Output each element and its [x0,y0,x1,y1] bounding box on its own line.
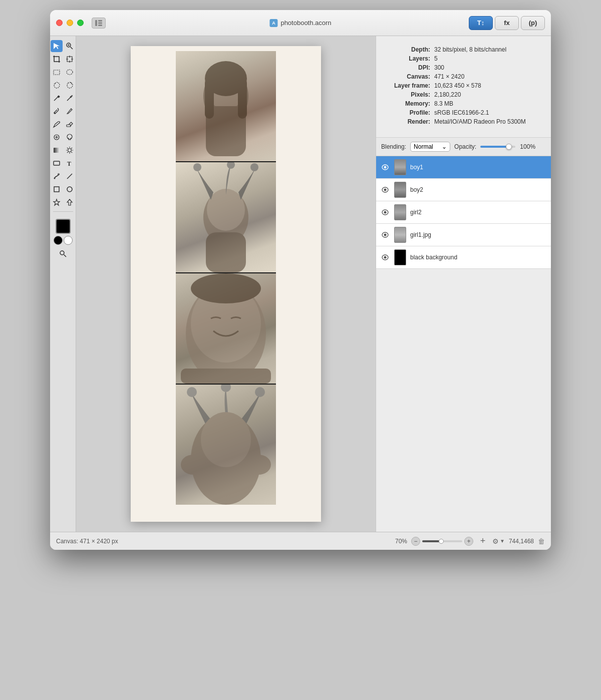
white-color-swatch[interactable] [64,236,73,245]
layer-item[interactable]: black background [376,246,551,269]
layer-thumbnail [394,159,406,175]
right-panel: Depth: 32 bits/pixel, 8 bits/channel Lay… [376,36,551,532]
zoom-thumb[interactable] [439,539,444,544]
delete-layer-button[interactable]: 🗑 [538,537,545,545]
svg-rect-34 [54,148,60,153]
text-tool[interactable]: T [64,157,76,169]
svg-rect-65 [206,232,246,272]
tool-row-9 [51,144,76,156]
main-window: A photobooth.acorn T↕ fx (p) [50,10,551,550]
magnifier-tool[interactable] [57,248,69,260]
crop-tool[interactable] [51,53,63,65]
gear-chevron-icon: ▼ [500,538,505,544]
zoom-slider[interactable] [422,540,462,542]
blending-label: Blending: [381,143,406,150]
sidebar-toggle-button[interactable] [92,18,106,29]
svg-point-84 [384,234,387,236]
minimize-button[interactable] [67,20,73,26]
info-layers-row: Layers: 5 [384,55,543,62]
zoom-out-button[interactable]: − [411,537,420,546]
add-layer-button[interactable]: + [477,536,488,547]
smudge-tool[interactable] [64,131,76,143]
rect-select-tool[interactable] [51,66,63,78]
tool-row-3 [51,66,76,78]
heal-tool[interactable] [51,131,63,143]
layer-item[interactable]: girl2 [376,201,551,224]
svg-rect-27 [67,125,71,127]
blending-mode-select[interactable]: Normal ⌄ [410,142,450,152]
dpi-label: DPI: [384,64,434,71]
foreground-color[interactable] [56,219,71,234]
star-shape-tool[interactable] [51,196,63,208]
info-render-row: Render: Metal/IO/AMD Radeon Pro 5300M [384,118,543,125]
line-tool[interactable] [64,170,76,182]
tool-row-6 [51,105,76,117]
circle-shape-tool[interactable] [64,183,76,195]
status-bar: Canvas: 471 × 2420 px 70% − + + ⚙ ▼ 744,… [50,532,551,550]
rect-shape-tool[interactable] [51,157,63,169]
layer-visibility-toggle[interactable] [380,207,390,217]
layer-visibility-toggle[interactable] [380,252,390,262]
svg-point-64 [250,163,258,171]
layer-thumbnail [394,204,406,220]
layer-thumbnail [394,227,406,243]
opacity-thumb[interactable] [506,144,512,150]
square-shape-tool[interactable] [51,183,63,195]
svg-point-86 [384,256,387,259]
svg-rect-44 [54,161,60,165]
zoom-tool[interactable] [64,40,76,52]
close-button[interactable] [56,20,63,26]
svg-point-70 [187,387,197,397]
tool-row-8 [51,131,76,143]
path-tool[interactable] [51,170,63,182]
magic-wand-tool[interactable] [64,92,76,104]
black-color-swatch[interactable] [54,236,63,245]
info-pixels-row: Pixels: 2,180,220 [384,91,543,98]
svg-point-80 [384,189,387,191]
layer-name: boy2 [410,186,547,193]
eyedropper-tool[interactable] [51,105,63,117]
layer-item[interactable]: girl1.jpg [376,224,551,246]
info-depth-row: Depth: 32 bits/pixel, 8 bits/channel [384,46,543,53]
magic-select-tool[interactable] [64,79,76,91]
wand-tool[interactable] [51,92,63,104]
brightness-tool[interactable] [64,144,76,156]
settings-button[interactable]: ⚙ ▼ [492,537,505,545]
svg-line-25 [72,95,73,96]
layer-name: black background [410,254,547,261]
window-title: photobooth.acorn [280,19,331,27]
layer-frame-label: Layer frame: [384,82,434,89]
transform-tool[interactable] [64,53,76,65]
pen-tool[interactable] [64,105,76,117]
layer-item[interactable]: boy1 [376,156,551,179]
gradient-tool[interactable] [51,144,63,156]
ellipse-select-tool[interactable] [64,66,76,78]
svg-marker-51 [54,199,60,205]
canvas-container [131,46,321,522]
info-canvas-row: Canvas: 471 × 2420 [384,73,543,80]
fx-tool-button[interactable]: fx [495,16,519,30]
layers-tool-button[interactable]: T↕ [469,16,493,30]
maximize-button[interactable] [77,20,84,26]
arrow-tool[interactable] [51,40,63,52]
color-section [54,219,73,260]
paint-tool[interactable] [51,118,63,130]
opacity-slider[interactable] [480,146,515,148]
svg-point-26 [54,113,55,114]
eraser-tool[interactable] [64,118,76,130]
zoom-in-button[interactable]: + [464,537,473,546]
layer-item[interactable]: boy2 [376,179,551,201]
svg-rect-14 [54,70,60,75]
layer-visibility-toggle[interactable] [380,185,390,195]
layer-visibility-toggle[interactable] [380,162,390,172]
info-memory-row: Memory: 8.3 MB [384,100,543,107]
svg-line-41 [71,152,72,153]
arrow-up-tool[interactable] [64,196,76,208]
layer-thumbnail [394,249,406,265]
layer-visibility-toggle[interactable] [380,230,390,240]
lasso-tool[interactable] [51,79,63,91]
p-tool-button[interactable]: (p) [521,16,545,30]
titlebar-tools: T↕ fx (p) [469,16,545,30]
svg-line-19 [54,97,58,101]
opacity-label: Opacity: [454,143,476,150]
